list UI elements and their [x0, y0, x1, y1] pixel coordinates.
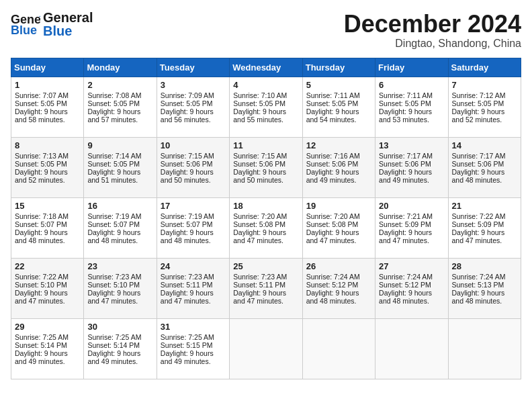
- day-info-line: Sunrise: 7:25 AM: [15, 333, 80, 341]
- calendar-cell: 11Sunrise: 7:15 AMSunset: 5:06 PMDayligh…: [230, 137, 302, 197]
- day-number: 20: [379, 201, 444, 211]
- day-info-line: Sunrise: 7:24 AM: [306, 273, 371, 281]
- day-info-line: Sunset: 5:10 PM: [15, 281, 80, 289]
- week-row-4: 22Sunrise: 7:22 AMSunset: 5:10 PMDayligh…: [11, 258, 521, 318]
- day-info-line: Sunrise: 7:25 AM: [87, 333, 152, 341]
- calendar-cell: 19Sunrise: 7:20 AMSunset: 5:08 PMDayligh…: [302, 197, 375, 258]
- day-info-line: Sunrise: 7:17 AM: [379, 152, 444, 160]
- day-number: 29: [15, 322, 80, 332]
- calendar-cell: 13Sunrise: 7:17 AMSunset: 5:06 PMDayligh…: [375, 137, 448, 197]
- day-info-line: Sunset: 5:05 PM: [87, 99, 152, 107]
- calendar-cell: 5Sunrise: 7:11 AMSunset: 5:05 PMDaylight…: [302, 77, 375, 137]
- day-info-line: Sunset: 5:09 PM: [379, 220, 444, 228]
- day-info-line: and 50 minutes.: [161, 176, 226, 184]
- calendar-cell: [230, 318, 302, 379]
- header-cell-thursday: Thursday: [302, 58, 375, 77]
- day-number: 4: [233, 80, 298, 90]
- calendar-cell: 17Sunrise: 7:19 AMSunset: 5:07 PMDayligh…: [157, 197, 229, 258]
- day-info-line: Sunrise: 7:23 AM: [161, 273, 226, 281]
- day-info-line: and 49 minutes.: [161, 357, 226, 365]
- day-number: 13: [379, 140, 444, 150]
- day-info-line: Daylight: 9 hours: [87, 349, 152, 357]
- day-info-line: Sunrise: 7:25 AM: [161, 333, 226, 341]
- calendar-cell: 8Sunrise: 7:13 AMSunset: 5:05 PMDaylight…: [11, 137, 84, 197]
- day-info-line: Sunrise: 7:20 AM: [306, 212, 371, 220]
- day-info-line: Sunset: 5:06 PM: [306, 160, 371, 168]
- calendar-cell: 30Sunrise: 7:25 AMSunset: 5:14 PMDayligh…: [84, 318, 157, 379]
- day-info-line: Sunset: 5:05 PM: [161, 99, 226, 107]
- header-cell-tuesday: Tuesday: [157, 58, 229, 77]
- day-info-line: Sunset: 5:14 PM: [87, 341, 152, 349]
- day-info-line: Sunset: 5:15 PM: [161, 341, 226, 349]
- calendar-cell: 4Sunrise: 7:10 AMSunset: 5:05 PMDaylight…: [230, 77, 302, 137]
- day-info-line: Sunrise: 7:20 AM: [233, 212, 298, 220]
- day-info-line: and 47 minutes.: [452, 236, 517, 244]
- calendar-cell: 21Sunrise: 7:22 AMSunset: 5:09 PMDayligh…: [448, 197, 521, 258]
- day-info-line: Daylight: 9 hours: [233, 289, 298, 297]
- day-info-line: Sunrise: 7:19 AM: [161, 212, 226, 220]
- day-number: 27: [379, 261, 444, 271]
- day-info-line: Sunrise: 7:09 AM: [161, 91, 226, 99]
- day-number: 16: [87, 201, 152, 211]
- calendar-cell: 24Sunrise: 7:23 AMSunset: 5:11 PMDayligh…: [157, 258, 229, 318]
- day-number: 19: [306, 201, 371, 211]
- calendar-cell: 18Sunrise: 7:20 AMSunset: 5:08 PMDayligh…: [230, 197, 302, 258]
- day-info-line: Sunset: 5:05 PM: [87, 160, 152, 168]
- day-info-line: Sunrise: 7:11 AM: [379, 91, 444, 99]
- day-number: 6: [379, 80, 444, 90]
- day-info-line: Daylight: 9 hours: [161, 107, 226, 116]
- day-info-line: Sunset: 5:13 PM: [452, 281, 517, 289]
- day-info-line: Daylight: 9 hours: [87, 168, 152, 176]
- day-info-line: and 47 minutes.: [233, 236, 298, 244]
- day-info-line: Daylight: 9 hours: [161, 349, 226, 357]
- day-info-line: Sunrise: 7:24 AM: [452, 273, 517, 281]
- calendar-table: SundayMondayTuesdayWednesdayThursdayFrid…: [11, 58, 521, 379]
- day-info-line: Sunrise: 7:22 AM: [452, 212, 517, 220]
- calendar-cell: 6Sunrise: 7:11 AMSunset: 5:05 PMDaylight…: [375, 77, 448, 137]
- calendar-cell: [448, 318, 521, 379]
- calendar-cell: 31Sunrise: 7:25 AMSunset: 5:15 PMDayligh…: [157, 318, 229, 379]
- calendar-cell: 1Sunrise: 7:07 AMSunset: 5:05 PMDaylight…: [11, 77, 84, 137]
- day-number: 1: [15, 80, 80, 90]
- day-info-line: and 48 minutes.: [452, 297, 517, 305]
- day-number: 12: [306, 140, 371, 150]
- header-row: SundayMondayTuesdayWednesdayThursdayFrid…: [11, 58, 521, 77]
- day-info-line: Daylight: 9 hours: [379, 289, 444, 297]
- day-info-line: and 49 minutes.: [15, 357, 80, 365]
- day-info-line: and 48 minutes.: [452, 176, 517, 184]
- day-info-line: Sunrise: 7:08 AM: [87, 91, 152, 99]
- day-info-line: Daylight: 9 hours: [15, 228, 80, 236]
- day-info-line: Sunset: 5:08 PM: [306, 220, 371, 228]
- day-info-line: Sunset: 5:07 PM: [15, 220, 80, 228]
- day-info-line: and 47 minutes.: [379, 236, 444, 244]
- day-info-line: Sunset: 5:05 PM: [452, 99, 517, 107]
- day-number: 10: [161, 140, 226, 150]
- week-row-1: 1Sunrise: 7:07 AMSunset: 5:05 PMDaylight…: [11, 77, 521, 137]
- day-info-line: and 51 minutes.: [87, 176, 152, 184]
- day-number: 24: [161, 261, 226, 271]
- day-info-line: Daylight: 9 hours: [306, 107, 371, 116]
- calendar-cell: 9Sunrise: 7:14 AMSunset: 5:05 PMDaylight…: [84, 137, 157, 197]
- calendar-cell: 10Sunrise: 7:15 AMSunset: 5:06 PMDayligh…: [157, 137, 229, 197]
- day-info-line: Sunset: 5:09 PM: [452, 220, 517, 228]
- day-info-line: Sunset: 5:07 PM: [161, 220, 226, 228]
- day-info-line: Daylight: 9 hours: [161, 168, 226, 176]
- calendar-cell: 16Sunrise: 7:19 AMSunset: 5:07 PMDayligh…: [84, 197, 157, 258]
- page-header: General Blue General Blue December 2024 …: [11, 11, 521, 50]
- day-info-line: and 49 minutes.: [306, 176, 371, 184]
- day-info-line: Sunrise: 7:17 AM: [452, 152, 517, 160]
- day-info-line: Daylight: 9 hours: [15, 168, 80, 176]
- calendar-cell: 29Sunrise: 7:25 AMSunset: 5:14 PMDayligh…: [11, 318, 84, 379]
- day-info-line: Sunrise: 7:16 AM: [306, 152, 371, 160]
- day-info-line: Sunset: 5:06 PM: [233, 160, 298, 168]
- day-info-line: and 48 minutes.: [161, 236, 226, 244]
- day-info-line: Daylight: 9 hours: [306, 289, 371, 297]
- day-info-line: Sunrise: 7:13 AM: [15, 152, 80, 160]
- day-number: 17: [161, 201, 226, 211]
- calendar-body: 1Sunrise: 7:07 AMSunset: 5:05 PMDaylight…: [11, 77, 521, 379]
- day-info-line: and 52 minutes.: [452, 116, 517, 124]
- day-info-line: Daylight: 9 hours: [452, 228, 517, 236]
- svg-text:Blue: Blue: [11, 24, 37, 37]
- day-info-line: Sunrise: 7:19 AM: [87, 212, 152, 220]
- day-number: 22: [15, 261, 80, 271]
